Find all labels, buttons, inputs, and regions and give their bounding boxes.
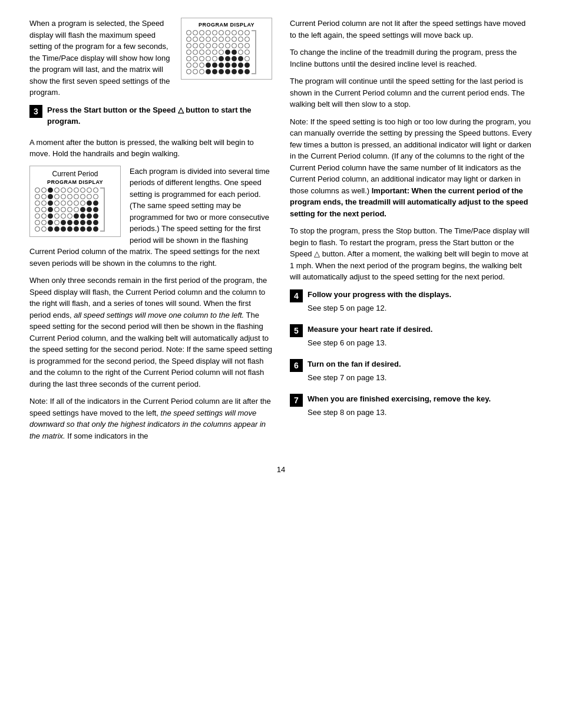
matrix2-subtitle: Current Period [35, 170, 115, 178]
matrix-row [186, 43, 250, 48]
matrix-dot [87, 187, 92, 193]
matrix-dot [54, 207, 59, 212]
step-3-content: Press the Start button or the Speed △ bu… [47, 104, 272, 130]
matrix-dot [244, 43, 250, 48]
matrix-dot [225, 62, 230, 68]
matrix-row [35, 220, 98, 225]
matrix2-title: PROGRAM DISPLAY [35, 179, 115, 185]
matrix-dot [35, 207, 40, 212]
matrix-dot [67, 200, 72, 206]
step-3-block: 3 Press the Start button or the Speed △ … [29, 104, 272, 130]
matrix-row [186, 30, 250, 35]
matrix-dot [48, 226, 53, 232]
matrix-dot [238, 69, 243, 74]
matrix-dot [74, 194, 79, 199]
matrix-dot [219, 30, 224, 35]
matrix-dot [219, 50, 224, 55]
matrix-dot [193, 56, 198, 61]
matrix-dot [74, 207, 79, 212]
step-6-content: Turn on the fan if desired. See step 7 o… [308, 358, 533, 386]
matrix-dot [67, 194, 72, 199]
matrix1-grid [186, 30, 250, 74]
matrix-dot [35, 213, 40, 219]
matrix-dot [193, 62, 198, 68]
step3-note1: Note: If all of the indicators in the Cu… [29, 396, 272, 442]
matrix-dot [67, 213, 72, 219]
matrix-dot [67, 220, 72, 225]
step3-italic: all speed settings will move one column … [74, 311, 244, 319]
step-4-content: Follow your progress with the displays. … [308, 289, 533, 317]
matrix-dot [199, 37, 204, 42]
matrix-dot [186, 30, 191, 35]
step-5-content: Measure your heart rate if desired. See … [308, 324, 533, 351]
program-display-matrix-2: Current Period PROGRAM DISPLAY [29, 166, 121, 237]
matrix-dot [80, 220, 85, 225]
matrix-dot [199, 50, 204, 55]
matrix-row [35, 187, 98, 193]
matrix-dot [93, 187, 98, 193]
matrix-dot [199, 69, 204, 74]
matrix-dot [206, 69, 211, 74]
right-para3: The program will continue until the spee… [290, 75, 533, 110]
matrix-dot [212, 43, 217, 48]
step-3-number: 3 [29, 105, 42, 118]
matrix-dot [186, 37, 191, 42]
matrix-dot [186, 50, 191, 55]
left-column: PROGRAM DISPLAY When a program is select… [29, 18, 272, 447]
matrix-dot [61, 187, 66, 193]
matrix-dot [48, 194, 53, 199]
matrix-dot [225, 37, 230, 42]
matrix-dot [193, 69, 198, 74]
matrix-dot [199, 56, 204, 61]
matrix-dot [80, 213, 85, 219]
matrix-dot [212, 37, 217, 42]
step-4-text: See step 5 on page 12. [308, 302, 533, 314]
matrix-dot [225, 43, 230, 48]
matrix-dot [87, 200, 92, 206]
matrix-dot [80, 187, 85, 193]
step-6-title: Turn on the fan if desired. [308, 358, 533, 370]
matrix-dot [54, 226, 59, 232]
matrix-dot [48, 220, 53, 225]
matrix-dot [61, 226, 66, 232]
matrix-dot [93, 207, 98, 212]
matrix-dot [48, 187, 53, 193]
matrix-dot [48, 207, 53, 212]
matrix-dot [74, 200, 79, 206]
matrix-dot [212, 56, 217, 61]
matrix-row [35, 200, 98, 206]
matrix-dot [48, 213, 53, 219]
step-5-title: Measure your heart rate if desired. [308, 324, 533, 335]
step-7-number: 7 [290, 394, 303, 407]
right-column: Current Period column are not lit after … [290, 18, 533, 447]
matrix-dot [74, 226, 79, 232]
matrix-dot [199, 62, 204, 68]
matrix-dot [238, 56, 243, 61]
matrix-dot [219, 43, 224, 48]
matrix-dot [212, 30, 217, 35]
matrix-dot [41, 207, 47, 212]
matrix-dot [206, 30, 211, 35]
matrix-dot [80, 194, 85, 199]
matrix-dot [206, 37, 211, 42]
step-4-title: Follow your progress with the displays. [308, 289, 533, 301]
matrix-dot [67, 226, 72, 232]
matrix-dot [87, 194, 92, 199]
matrix-row [186, 62, 250, 68]
matrix-dot [193, 30, 198, 35]
matrix-dot [74, 213, 79, 219]
matrix-dot [93, 194, 98, 199]
matrix-dot [48, 200, 53, 206]
step-6-text: See step 7 on page 13. [308, 372, 533, 384]
step-6-number: 6 [290, 359, 303, 372]
matrix-dot [238, 50, 243, 55]
step-7-title: When you are finished exercising, remove… [308, 393, 533, 405]
matrix-dot [41, 194, 47, 199]
matrix-dot [41, 226, 47, 232]
step-7-content: When you are finished exercising, remove… [308, 393, 533, 421]
matrix-dot [80, 200, 85, 206]
matrix-dot [87, 213, 92, 219]
matrix-dot [61, 213, 66, 219]
step3-para3: When only three seconds remain in the fi… [29, 275, 272, 390]
matrix-dot [54, 200, 59, 206]
